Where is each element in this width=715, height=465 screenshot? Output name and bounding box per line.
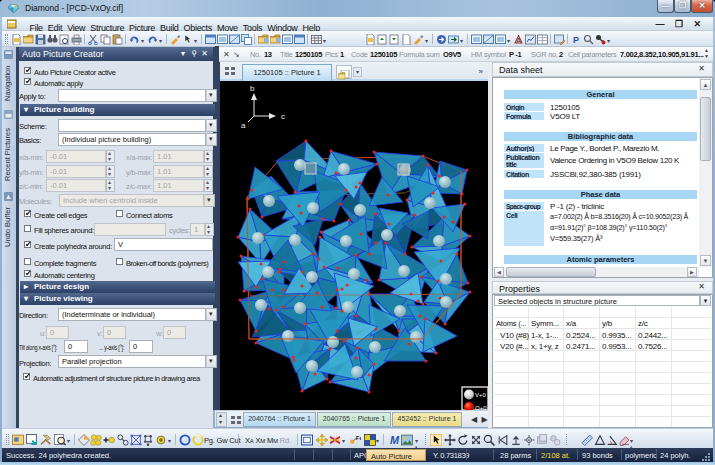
- svg-text:V+0: V+0: [475, 392, 487, 398]
- svg-text:M: M: [390, 434, 400, 446]
- svg-text:A: A: [516, 37, 521, 44]
- svg-text:Fe: Fe: [356, 435, 361, 441]
- svg-text:a: a: [241, 121, 246, 130]
- svg-text:b: b: [250, 84, 255, 93]
- svg-text:P: P: [573, 35, 579, 45]
- svg-text:c: c: [281, 112, 285, 121]
